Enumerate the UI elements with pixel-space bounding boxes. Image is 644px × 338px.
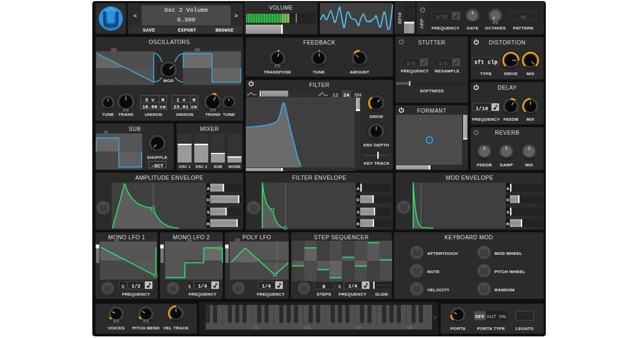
svg-text:AUT: AUT (486, 314, 496, 319)
svg-text:OSCILLATORS: OSCILLATORS (149, 39, 190, 45)
svg-text:OSC 2: OSC 2 (195, 165, 207, 168)
svg-text:H: H (193, 98, 196, 103)
svg-text:KEY TRACK: KEY TRACK (364, 161, 390, 166)
svg-text:1 v: 1 v (177, 98, 186, 103)
svg-text:TRANS: TRANS (118, 112, 134, 117)
svg-text:DAMP: DAMP (500, 163, 513, 167)
svg-text:KEYBOARD MOD: KEYBOARD MOD (444, 234, 493, 240)
svg-text:PITCH BEND: PITCH BEND (133, 326, 160, 330)
svg-text:FEEDB: FEEDB (477, 163, 492, 167)
svg-text:FREQUENCY: FREQUENCY (339, 292, 367, 297)
svg-text:D: D (506, 197, 509, 202)
svg-text:FILTER ENVELOPE: FILTER ENVELOPE (292, 174, 347, 181)
svg-text:C2: C2 (253, 326, 258, 330)
svg-text:-OCT: -OCT (151, 164, 164, 169)
svg-text:ce: ce (160, 105, 166, 110)
svg-text:FREQUENCY: FREQUENCY (188, 292, 216, 297)
svg-text:AMPLITUDE ENVELOPE: AMPLITUDE ENVELOPE (135, 174, 203, 181)
svg-text:VELOCITY: VELOCITY (427, 288, 450, 292)
svg-text:23.91: 23.91 (173, 105, 188, 110)
svg-text:up: up (520, 14, 526, 20)
svg-text:MONO LFO 1: MONO LFO 1 (108, 234, 145, 240)
svg-text:TUNE: TUNE (313, 70, 325, 75)
svg-text:SOFTNESS: SOFTNESS (420, 89, 444, 93)
svg-text:PORTA TYPE: PORTA TYPE (477, 326, 506, 331)
svg-text:FEEDB: FEEDB (503, 117, 518, 122)
svg-text:S: S (507, 210, 509, 215)
svg-text:0.300: 0.300 (177, 17, 195, 23)
svg-text:MOD: MOD (163, 78, 173, 83)
svg-text:10.00: 10.00 (142, 105, 157, 110)
svg-text:BPM: BPM (397, 13, 402, 24)
svg-text:R: R (506, 222, 509, 226)
svg-text:MIX: MIX (526, 71, 535, 76)
svg-text:PORTA: PORTA (450, 326, 465, 331)
svg-text:SHUFFLE: SHUFFLE (147, 155, 168, 160)
svg-text:PATTERN: PATTERN (513, 26, 533, 31)
svg-text:STEP SEQUENCER: STEP SEQUENCER (314, 234, 369, 240)
svg-text:FORMANT: FORMANT (417, 107, 447, 114)
svg-text:FILTER: FILTER (309, 82, 330, 88)
svg-text:Osc 2 Volume: Osc 2 Volume (164, 7, 208, 13)
svg-text:LEGATO: LEGATO (516, 326, 534, 331)
svg-text:OFF: OFF (475, 314, 485, 319)
svg-text:MIX: MIX (525, 163, 533, 167)
svg-text:FREQUENCY: FREQUENCY (472, 117, 500, 122)
svg-text:TUNE: TUNE (223, 112, 235, 117)
svg-text:ARP: ARP (419, 18, 425, 29)
svg-text:MOD ENVELOPE: MOD ENVELOPE (446, 174, 494, 181)
svg-text:sft clp: sft clp (474, 60, 497, 65)
svg-text:TRANS: TRANS (205, 112, 221, 117)
svg-text:POLY LFO: POLY LFO (243, 234, 272, 240)
svg-text:DELAY: DELAY (497, 84, 517, 91)
svg-text:1/2: 1/2 (439, 61, 448, 67)
svg-text:S: S (357, 210, 360, 215)
svg-text:TYPE: TYPE (480, 71, 492, 76)
svg-text:SAVE: SAVE (143, 28, 155, 33)
svg-text:1/4: 1/4 (198, 284, 207, 289)
svg-text:ENV DEPTH: ENV DEPTH (363, 143, 389, 148)
svg-text:NOISE: NOISE (229, 165, 241, 168)
svg-text:FREQUENCY: FREQUENCY (122, 292, 150, 297)
svg-text:S: S (338, 284, 341, 290)
svg-text:1/16: 1/16 (475, 106, 488, 112)
svg-text:<: < (134, 13, 137, 19)
svg-text:OSC 1: OSC 1 (179, 165, 191, 168)
svg-text:RANDOM: RANDOM (495, 288, 515, 292)
svg-text:STEPS: STEPS (317, 292, 332, 297)
svg-text:1/16: 1/16 (436, 14, 447, 20)
svg-text:VOICES: VOICES (108, 326, 125, 330)
svg-text:MOD WHEEL: MOD WHEEL (495, 251, 523, 256)
svg-text:A: A (207, 186, 210, 191)
svg-text:DISTORTION: DISTORTION (489, 39, 525, 46)
svg-text:VOLUME: VOLUME (269, 5, 293, 11)
svg-text:C3: C3 (304, 326, 310, 330)
svg-text:RESAMPLE: RESAMPLE (435, 69, 460, 74)
svg-text:TUNE: TUNE (102, 112, 114, 117)
svg-text:24: 24 (343, 92, 349, 98)
svg-text:ce: ce (191, 105, 197, 110)
svg-text:SUB: SUB (129, 126, 141, 132)
svg-text:S: S (121, 284, 125, 290)
svg-text:ON: ON (499, 314, 506, 319)
svg-text:AFTERTOUCH: AFTERTOUCH (427, 251, 458, 256)
svg-text:8: 8 (323, 284, 326, 290)
svg-text:SUB: SUB (214, 165, 222, 168)
svg-text:A: A (356, 186, 360, 191)
svg-text:H: H (162, 98, 165, 103)
svg-text:OCTAVES: OCTAVES (485, 26, 506, 31)
svg-text:SLIDE: SLIDE (375, 292, 389, 297)
svg-text:A: A (506, 186, 509, 191)
svg-text:1/4: 1/4 (262, 284, 271, 289)
svg-text:GATE: GATE (466, 26, 479, 31)
svg-text:DRIVE: DRIVE (504, 71, 518, 76)
svg-text:PITCH WHEEL: PITCH WHEEL (495, 269, 525, 274)
svg-text:S: S (207, 210, 209, 215)
svg-text:R: R (207, 222, 210, 226)
svg-text:1/2: 1/2 (131, 284, 141, 289)
svg-text:1/8: 1/8 (407, 61, 415, 67)
svg-text:SH: SH (354, 92, 362, 98)
svg-text:TRANSPOSE: TRANSPOSE (264, 70, 291, 75)
svg-text:C5: C5 (407, 326, 413, 330)
svg-text:D: D (356, 197, 360, 202)
